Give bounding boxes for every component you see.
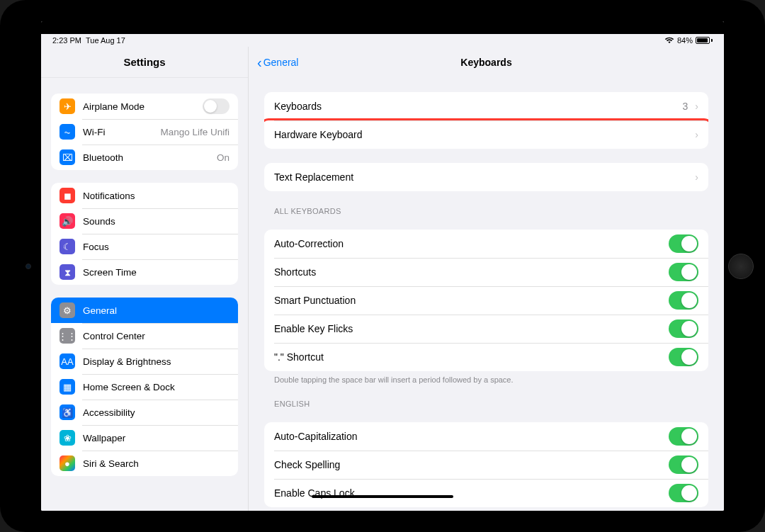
sidebar-item-label: Wallpaper: [83, 433, 230, 443]
focus-icon: ☾: [60, 239, 75, 254]
sidebar-item-control-center[interactable]: ⋮⋮Control Center: [51, 323, 238, 349]
back-button[interactable]: ‹ General: [257, 55, 298, 69]
main-scroll[interactable]: Keyboards3›Hardware Keyboard›Text Replac…: [249, 78, 724, 511]
setting-row--shortcut[interactable]: "." Shortcut: [264, 343, 708, 371]
home-button[interactable]: [728, 254, 754, 279]
sidebar-item-siri-search[interactable]: ●Siri & Search: [51, 451, 238, 476]
setting-row-keyboards[interactable]: Keyboards3›: [264, 92, 708, 120]
airplane-icon: ✈: [60, 98, 75, 114]
setting-label: Check Spelling: [274, 459, 662, 470]
sidebar-item-detail: Mango Life Unifi: [160, 127, 230, 137]
display-icon: AA: [60, 353, 75, 369]
sidebar-item-sounds[interactable]: 🔊Sounds: [51, 208, 238, 234]
setting-label: Auto-Capitalization: [274, 431, 662, 442]
sidebar-item-display-brightness[interactable]: AADisplay & Brightness: [51, 349, 238, 374]
sidebar-item-screen-time[interactable]: ⧗Screen Time: [51, 259, 238, 285]
controlcenter-icon: ⋮⋮: [60, 328, 75, 344]
toggle-switch[interactable]: [669, 427, 698, 446]
sidebar-item-focus[interactable]: ☾Focus: [51, 234, 238, 259]
tablet-frame: 2:23 PM Tue Aug 17 84% Settings ✈Airplan…: [0, 0, 765, 532]
home-indicator[interactable]: [312, 495, 453, 498]
battery-percent: 84%: [677, 36, 693, 45]
sidebar-item-label: Display & Brightness: [83, 356, 230, 367]
siri-icon: ●: [60, 455, 75, 471]
sidebar-item-wi-fi[interactable]: ⏦Wi-FiMango Life Unifi: [51, 119, 238, 145]
sidebar-item-label: Focus: [83, 242, 230, 252]
toggle-switch[interactable]: [669, 319, 698, 338]
sidebar-item-label: General: [83, 305, 230, 316]
sidebar-item-label: Notifications: [83, 191, 230, 201]
sidebar-item-bluetooth[interactable]: ⌧BluetoothOn: [51, 145, 238, 170]
general-icon: ⚙: [60, 302, 75, 318]
setting-row-hardware-keyboard[interactable]: Hardware Keyboard›: [264, 120, 708, 149]
battery-icon: [696, 37, 713, 44]
setting-label: Hardware Keyboard: [274, 129, 688, 140]
sounds-icon: 🔊: [60, 213, 75, 229]
notifications-icon: ◼: [60, 188, 75, 203]
homescreen-icon: ▦: [60, 379, 75, 395]
sidebar-item-detail: On: [217, 152, 230, 163]
setting-label: Text Replacement: [274, 171, 688, 183]
screen: 2:23 PM Tue Aug 17 84% Settings ✈Airplan…: [41, 21, 724, 511]
setting-label: Keyboards: [274, 101, 676, 112]
sidebar-item-label: Bluetooth: [83, 152, 209, 163]
section-header: ENGLISH: [274, 400, 708, 408]
sidebar-item-label: Screen Time: [83, 267, 230, 278]
sidebar-item-wallpaper[interactable]: ❀Wallpaper: [51, 425, 238, 451]
screentime-icon: ⧗: [60, 264, 75, 280]
sidebar-item-label: Wi-Fi: [83, 127, 152, 137]
status-date: Tue Aug 17: [86, 36, 125, 45]
chevron-left-icon: ‹: [257, 55, 262, 69]
sidebar-title: Settings: [41, 47, 248, 78]
page-title: Keyboards: [249, 57, 724, 68]
letterbox-top: [41, 21, 724, 34]
sidebar-item-label: Control Center: [83, 331, 230, 341]
setting-row-shortcuts[interactable]: Shortcuts: [264, 258, 708, 286]
setting-row-text-replacement[interactable]: Text Replacement›: [264, 163, 708, 191]
wifi-icon: ⏦: [60, 124, 75, 140]
setting-label: Smart Punctuation: [274, 295, 662, 306]
toggle-switch[interactable]: [669, 234, 698, 253]
back-label: General: [264, 57, 299, 68]
sidebar-item-label: Home Screen & Dock: [83, 382, 230, 392]
chevron-right-icon: ›: [695, 101, 698, 112]
main-header: ‹ General Keyboards: [249, 47, 724, 78]
sidebar-item-airplane-mode[interactable]: ✈Airplane Mode: [51, 94, 238, 119]
wallpaper-icon: ❀: [60, 430, 75, 446]
setting-row-enable-caps-lock[interactable]: Enable Caps Lock: [264, 479, 708, 507]
setting-row-auto-correction[interactable]: Auto-Correction: [264, 230, 708, 258]
wifi-status-icon: [664, 37, 674, 44]
toggle-switch[interactable]: [669, 348, 698, 366]
sidebar-item-general[interactable]: ⚙General: [51, 298, 238, 323]
section-header: ALL KEYBOARDS: [274, 207, 708, 215]
chevron-right-icon: ›: [695, 171, 698, 183]
setting-label: Shortcuts: [274, 266, 662, 278]
section-footer: Double tapping the space bar will insert…: [274, 375, 708, 384]
settings-sidebar: Settings ✈Airplane Mode⏦Wi-FiMango Life …: [41, 47, 248, 511]
sidebar-item-label: Siri & Search: [83, 458, 230, 469]
toggle-switch[interactable]: [669, 484, 698, 502]
main-pane: ‹ General Keyboards Keyboards3›Hardware …: [248, 47, 724, 511]
setting-label: Enable Key Flicks: [274, 323, 662, 334]
setting-detail: 3: [683, 101, 688, 112]
sidebar-item-label: Airplane Mode: [83, 101, 195, 112]
status-bar: 2:23 PM Tue Aug 17 84%: [41, 34, 724, 47]
toggle-switch[interactable]: [669, 291, 698, 310]
setting-row-enable-key-flicks[interactable]: Enable Key Flicks: [264, 315, 708, 343]
bluetooth-icon: ⌧: [60, 149, 75, 165]
sidebar-item-accessibility[interactable]: ♿Accessibility: [51, 400, 238, 425]
accessibility-icon: ♿: [60, 404, 75, 420]
sidebar-item-label: Accessibility: [83, 407, 230, 418]
airplane-mode-switch[interactable]: [203, 98, 230, 114]
sidebar-item-notifications[interactable]: ◼Notifications: [51, 183, 238, 208]
setting-row-smart-punctuation[interactable]: Smart Punctuation: [264, 286, 708, 315]
setting-row-auto-capitalization[interactable]: Auto-Capitalization: [264, 422, 708, 451]
sidebar-item-home-screen-dock[interactable]: ▦Home Screen & Dock: [51, 374, 238, 400]
toggle-switch[interactable]: [669, 263, 698, 281]
sidebar-scroll[interactable]: ✈Airplane Mode⏦Wi-FiMango Life Unifi⌧Blu…: [41, 78, 248, 511]
setting-label: "." Shortcut: [274, 351, 662, 363]
sidebar-item-label: Sounds: [83, 216, 230, 227]
toggle-switch[interactable]: [669, 455, 698, 474]
setting-row-check-spelling[interactable]: Check Spelling: [264, 451, 708, 479]
front-camera: [26, 264, 31, 269]
